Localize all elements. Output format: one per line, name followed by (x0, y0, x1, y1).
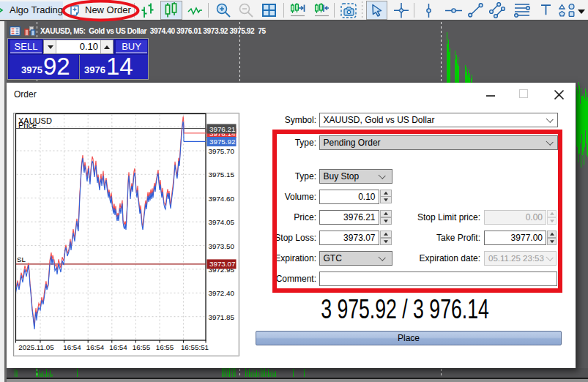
svg-text:16:55: 16:55 (133, 343, 151, 351)
svg-text:3975.70: 3975.70 (209, 147, 235, 155)
svg-text:3975.92: 3975.92 (209, 138, 235, 146)
svg-text:3973.50: 3973.50 (209, 242, 235, 250)
svg-text:3975.15: 3975.15 (209, 171, 235, 179)
svg-text:16:54: 16:54 (86, 343, 105, 351)
svg-text:2025.11.05: 2025.11.05 (18, 343, 54, 351)
svg-text:3974.05: 3974.05 (209, 218, 235, 226)
svg-text:3973.07: 3973.07 (209, 260, 235, 268)
svg-text:SL: SL (17, 255, 26, 263)
svg-text:3971.85: 3971.85 (209, 313, 235, 321)
svg-text:16:54: 16:54 (109, 343, 127, 351)
svg-text:Price: Price (18, 121, 37, 130)
svg-text:16:54: 16:54 (63, 343, 81, 351)
svg-text:3974.60: 3974.60 (209, 195, 235, 203)
svg-text:16:55:51: 16:55:51 (181, 343, 209, 351)
svg-text:3972.40: 3972.40 (209, 289, 235, 297)
svg-text:3976.21: 3976.21 (209, 125, 235, 133)
svg-text:16:55: 16:55 (156, 343, 174, 351)
